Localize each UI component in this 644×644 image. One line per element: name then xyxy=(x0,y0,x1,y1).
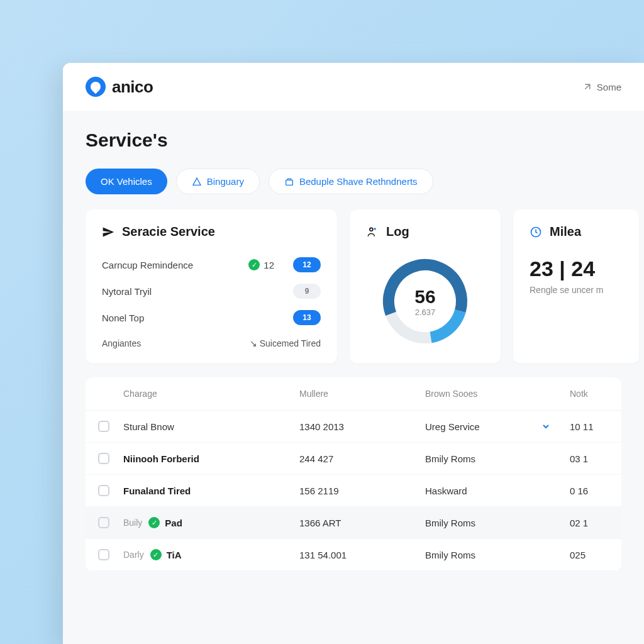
cell-charage: Darly ✓ TiA xyxy=(123,549,299,560)
header: anico Some xyxy=(63,63,644,111)
app-window: anico Some Service's OK Vehicles Binguar… xyxy=(63,63,644,644)
header-right: Some xyxy=(582,81,621,92)
brown-text: Bmily Roms xyxy=(425,453,475,464)
cell-charage: Buily ✓ Pad xyxy=(123,517,299,528)
cell-charage: Niinooh Forberid xyxy=(123,453,299,464)
row-name: Pad xyxy=(165,518,182,528)
cell-notk: 025 xyxy=(570,550,609,560)
col-brown[interactable]: Brown Sooes xyxy=(425,389,570,399)
col-notk[interactable]: Notk xyxy=(570,389,609,399)
row-checkbox[interactable] xyxy=(98,549,109,560)
tab-beduple[interactable]: Beduple Shave Rethndnerts xyxy=(269,169,433,194)
cell-brown: Ureg Service xyxy=(425,421,570,432)
brand-name: anico xyxy=(112,77,153,97)
header-item-some[interactable]: Some xyxy=(582,81,621,92)
svg-rect-0 xyxy=(286,180,293,185)
table-row[interactable]: Darly ✓ TiA 131 54.001 Bmily Roms 025 xyxy=(86,539,621,571)
tab-label: Binguary xyxy=(207,176,244,187)
service-label: Nonel Top xyxy=(102,313,274,323)
service-pill[interactable]: 13 xyxy=(293,310,321,325)
cell-brown: Haskward xyxy=(425,486,570,496)
card-service-title: Seracie Service xyxy=(102,225,321,239)
header-item-label: Some xyxy=(597,82,621,92)
brown-text: Haskward xyxy=(425,486,467,496)
tab-ok-vehicles[interactable]: OK Vehicles xyxy=(86,169,167,194)
cell-brown: Bmily Roms xyxy=(425,518,570,528)
page-title: Service's xyxy=(86,130,621,151)
clock-icon xyxy=(530,226,542,238)
tab-label: OK Vehicles xyxy=(101,176,152,187)
service-row: Nytoral Tryil 9 xyxy=(102,278,321,304)
service-footer: Angiantes ↘ Suicemed Tired xyxy=(102,338,321,348)
chevron-down-icon[interactable] xyxy=(541,421,551,431)
row-name: Niinooh Forberid xyxy=(123,453,199,464)
cell-notk: 03 1 xyxy=(570,453,609,464)
cell-mullere: 1340 2013 xyxy=(299,421,425,432)
card-milea-title: Milea xyxy=(530,225,623,239)
milea-value: 23 | 24 xyxy=(530,257,623,281)
row-checkbox[interactable] xyxy=(98,421,109,432)
service-label: Carncup Remindence xyxy=(102,260,248,270)
cell-notk: 02 1 xyxy=(570,518,609,528)
service-mid: ✓ 12 xyxy=(248,259,274,270)
card-title-text: Seracie Service xyxy=(122,225,215,239)
row-checkbox[interactable] xyxy=(98,517,109,528)
svg-point-2 xyxy=(374,228,376,230)
check-icon: ✓ xyxy=(248,259,260,270)
cell-brown: Bmily Roms xyxy=(425,453,570,464)
service-mid-value: 12 xyxy=(264,260,274,270)
card-log: Log 56 2.637 xyxy=(350,209,501,364)
card-log-title: Log xyxy=(366,225,409,239)
row-checkbox[interactable] xyxy=(98,485,109,496)
row-name: Stural Bnow xyxy=(123,421,174,432)
row-name: TiA xyxy=(167,550,182,560)
brown-text: Bmily Roms xyxy=(425,550,475,560)
service-row: Carncup Remindence ✓ 12 12 xyxy=(102,252,321,278)
box-icon xyxy=(284,177,294,187)
triangle-icon xyxy=(192,177,202,187)
milea-sub: Rengle se uncer m xyxy=(530,285,623,295)
cell-notk: 0 16 xyxy=(570,486,609,496)
cell-mullere: 1366 ART xyxy=(299,518,425,528)
send-icon xyxy=(102,226,114,238)
donut-center: 56 2.637 xyxy=(414,286,435,317)
service-footer-right[interactable]: ↘ Suicemed Tired xyxy=(250,338,321,348)
card-service: Seracie Service Carncup Remindence ✓ 12 … xyxy=(86,209,337,364)
table-row[interactable]: Stural Bnow 1340 2013 Ureg Service 10 11 xyxy=(86,411,621,443)
service-row: Nonel Top 13 xyxy=(102,304,321,331)
cell-brown: Bmily Roms xyxy=(425,550,570,560)
donut-chart: 56 2.637 xyxy=(378,254,472,348)
row-name: Funaland Tired xyxy=(123,486,191,496)
brown-text: Bmily Roms xyxy=(425,518,475,528)
tabs: OK Vehicles Binguary Beduple Shave Rethn… xyxy=(86,169,621,194)
cell-mullere: 244 427 xyxy=(299,453,425,464)
service-pill[interactable]: 9 xyxy=(293,284,321,299)
cell-mullere: 131 54.001 xyxy=(299,550,425,560)
table-header: Charage Mullere Brown Sooes Notk xyxy=(86,377,621,411)
person-icon xyxy=(366,226,379,238)
logo[interactable]: anico xyxy=(86,77,153,97)
tab-binguary[interactable]: Binguary xyxy=(176,169,260,194)
col-mullere[interactable]: Mullere xyxy=(299,389,425,399)
check-icon: ✓ xyxy=(150,549,162,560)
row-checkbox[interactable] xyxy=(98,453,109,464)
table-row[interactable]: Buily ✓ Pad 1366 ART Bmily Roms 02 1 xyxy=(86,507,621,539)
col-charage[interactable]: Charage xyxy=(123,389,299,399)
card-title-text: Milea xyxy=(550,225,581,239)
content-area: Service's OK Vehicles Binguary Beduple S… xyxy=(63,111,644,584)
table-row[interactable]: Funaland Tired 156 2119 Haskward 0 16 xyxy=(86,475,621,507)
cell-charage: Stural Bnow xyxy=(123,421,299,432)
row-prefix: Darly xyxy=(123,550,144,560)
external-icon xyxy=(582,81,593,92)
data-table: Charage Mullere Brown Sooes Notk Stural … xyxy=(86,377,621,571)
cell-notk: 10 11 xyxy=(570,421,609,432)
service-pill[interactable]: 12 xyxy=(293,257,321,272)
donut-sub: 2.637 xyxy=(414,308,435,317)
donut-value: 56 xyxy=(414,286,435,308)
card-milea: Milea 23 | 24 Rengle se uncer m xyxy=(513,209,639,364)
brown-text: Ureg Service xyxy=(425,421,480,432)
card-title-text: Log xyxy=(386,225,409,239)
table-row[interactable]: Niinooh Forberid 244 427 Bmily Roms 03 1 xyxy=(86,443,621,475)
check-icon: ✓ xyxy=(148,517,160,528)
service-label: Nytoral Tryil xyxy=(102,286,274,297)
